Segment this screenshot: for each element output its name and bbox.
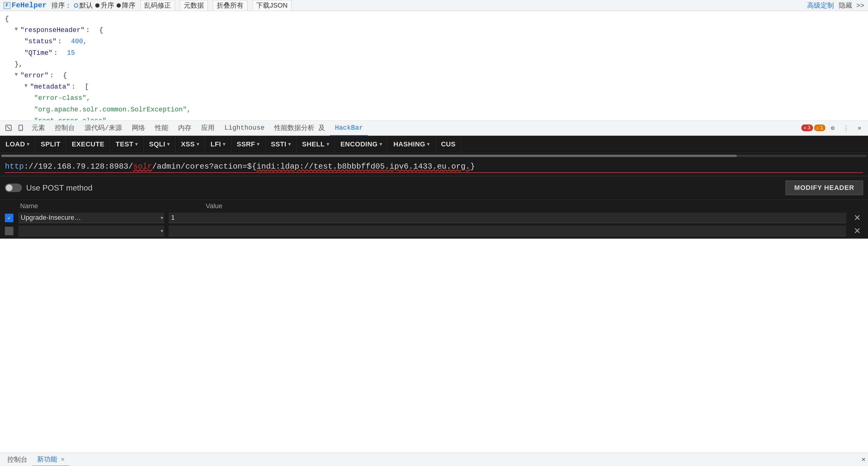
sort-label: 排序： bbox=[52, 1, 71, 10]
svg-line-1 bbox=[7, 126, 10, 129]
hb-shell-btn[interactable]: SHELL ▾ bbox=[297, 136, 335, 153]
hackbar-toolbar: LOAD ▾ SPLIT EXECUTE TEST ▾ SQLI ▾ XSS ▾… bbox=[0, 136, 868, 153]
shell-dropdown-icon: ▾ bbox=[327, 141, 329, 147]
tab-memory[interactable]: 内存 bbox=[173, 121, 196, 136]
modify-header-btn[interactable]: MODIFY HEADER bbox=[785, 181, 863, 195]
header-name-input-1[interactable] bbox=[18, 213, 164, 223]
json-key: "status" bbox=[24, 36, 57, 47]
tab-console[interactable]: 控制台 bbox=[50, 121, 80, 136]
bottom-tab-new[interactable]: 新功能 ✕ bbox=[32, 453, 69, 466]
header-dropdown-1[interactable]: ▾ bbox=[160, 214, 164, 222]
hackbar-options: Use POST method MODIFY HEADER bbox=[0, 176, 868, 200]
btn-foldall[interactable]: 折叠所有 bbox=[213, 0, 247, 11]
sort-desc-radio[interactable]: 降序 bbox=[117, 1, 135, 10]
hb-sqli-btn[interactable]: SQLI ▾ bbox=[144, 136, 176, 153]
xss-dropdown-icon: ▾ bbox=[196, 141, 199, 147]
collapse-icon[interactable] bbox=[14, 25, 18, 34]
json-line: "error-class", bbox=[5, 93, 863, 104]
fehelper-topbar: F FeHelper 排序： 默认 升序 降序 乱码修正 元数据 折叠所有 下载… bbox=[0, 0, 868, 11]
tab-performance[interactable]: 性能 bbox=[150, 121, 173, 136]
svg-point-3 bbox=[21, 129, 21, 130]
sort-asc-radio[interactable]: 升序 bbox=[95, 1, 114, 10]
url-display[interactable]: http://192.168.79.128:8983/solr/admin/co… bbox=[5, 162, 863, 173]
header-dropdown-2[interactable]: ▾ bbox=[160, 227, 164, 235]
warn-count: 1 bbox=[820, 125, 823, 131]
header-checkbox-2[interactable] bbox=[5, 227, 13, 235]
devtools-device-icon[interactable] bbox=[14, 122, 27, 134]
header-value-label: Value bbox=[206, 202, 222, 210]
tab-lighthouse[interactable]: Lighthouse bbox=[219, 121, 269, 136]
json-string: "org.apache.solr.common.SolrException", bbox=[34, 104, 191, 115]
devtools-settings-icon[interactable]: ⚙ bbox=[827, 122, 839, 134]
hb-ssti-btn[interactable]: SSTI ▾ bbox=[266, 136, 297, 153]
warn-badge: ⚠ 1 bbox=[814, 124, 826, 131]
sort-asc-label: 升序 bbox=[101, 1, 114, 10]
json-line: "responseHeader" : { bbox=[5, 25, 863, 36]
header-name-input-2[interactable] bbox=[18, 225, 164, 236]
hackbar-headers: Name Value ✓ ▾ ✕ ▾ ✕ bbox=[0, 200, 868, 239]
json-number: 15 bbox=[67, 48, 75, 58]
lfi-dropdown-icon: ▾ bbox=[223, 141, 225, 147]
collapse-icon[interactable] bbox=[24, 82, 28, 90]
header-row-2: ▾ ✕ bbox=[5, 225, 863, 236]
fehelper-logo[interactable]: F FeHelper bbox=[4, 1, 46, 9]
hb-ssrf-btn[interactable]: SSRF ▾ bbox=[231, 136, 266, 153]
json-string: "error-class", bbox=[34, 93, 90, 103]
json-line: "org.apache.solr.common.SolrException", bbox=[5, 104, 863, 115]
collapse-icon[interactable] bbox=[14, 70, 18, 79]
bottom-tabs: 控制台 新功能 ✕ ✕ bbox=[0, 453, 868, 466]
btn-download[interactable]: 下载JSON bbox=[252, 0, 291, 11]
devtools-select-icon[interactable] bbox=[2, 122, 14, 134]
error-badge: ✕ 3 bbox=[801, 124, 813, 131]
sort-default-radio[interactable]: 默认 bbox=[74, 1, 93, 10]
scroll-thumb bbox=[1, 155, 737, 157]
btn-metadata[interactable]: 元数据 bbox=[180, 0, 208, 11]
json-key: "responseHeader" bbox=[21, 25, 85, 36]
devtools-close-icon[interactable]: ✕ bbox=[854, 122, 866, 134]
tab-hackbar[interactable]: HackBar bbox=[330, 121, 368, 136]
hb-test-btn[interactable]: TEST ▾ bbox=[110, 136, 144, 153]
header-close-btn-1[interactable]: ✕ bbox=[851, 213, 863, 223]
json-line: "status" : 400, bbox=[5, 36, 863, 47]
header-value-input-1[interactable] bbox=[168, 213, 846, 223]
settings-link[interactable]: 高级定制 bbox=[807, 1, 834, 10]
post-method-toggle[interactable] bbox=[5, 184, 22, 192]
json-brace-open: { bbox=[5, 14, 9, 24]
json-string: "root-error-class", bbox=[34, 116, 111, 121]
hb-split-btn[interactable]: SPLIT bbox=[35, 136, 66, 153]
tab-elements[interactable]: 元素 bbox=[27, 121, 50, 136]
hb-hashing-btn[interactable]: HASHING ▾ bbox=[388, 136, 435, 153]
fehelper-icon: F bbox=[4, 2, 10, 9]
hackbar-scrollbar[interactable] bbox=[0, 153, 868, 159]
json-punct: }, bbox=[14, 59, 23, 70]
sort-desc-label: 降序 bbox=[122, 1, 135, 10]
hb-xss-btn[interactable]: XSS ▾ bbox=[176, 136, 205, 153]
bottom-close-icon[interactable]: ✕ bbox=[862, 456, 866, 464]
header-close-btn-2[interactable]: ✕ bbox=[851, 226, 863, 236]
warn-icon: ⚠ bbox=[816, 125, 819, 131]
ssti-dropdown-icon: ▾ bbox=[288, 141, 291, 147]
json-line: "root-error-class", bbox=[5, 115, 863, 121]
hb-load-btn[interactable]: LOAD ▾ bbox=[0, 136, 35, 153]
tab-network[interactable]: 网络 bbox=[127, 121, 150, 136]
devtools-right: ✕ 3 ⚠ 1 ⚙ ⋮ ✕ bbox=[801, 122, 866, 134]
fehelper-title: FeHelper bbox=[11, 1, 46, 9]
bottom-tab-close-icon[interactable]: ✕ bbox=[61, 455, 64, 463]
btn-fix[interactable]: 乱码修正 bbox=[140, 0, 175, 11]
bottom-tab-console[interactable]: 控制台 bbox=[2, 453, 32, 466]
tab-application[interactable]: 应用 bbox=[196, 121, 219, 136]
header-checkbox-1[interactable]: ✓ bbox=[5, 214, 13, 222]
hb-cus-btn[interactable]: CUS bbox=[436, 136, 461, 153]
sort-group: 排序： 默认 升序 降序 bbox=[52, 1, 135, 10]
hb-execute-btn[interactable]: EXECUTE bbox=[66, 136, 110, 153]
scroll-track bbox=[1, 155, 867, 157]
tab-perf-data[interactable]: 性能数据分析 及 bbox=[269, 121, 330, 136]
hb-encoding-btn[interactable]: ENCODING ▾ bbox=[335, 136, 388, 153]
sort-default-dot bbox=[74, 3, 78, 8]
hb-lfi-btn[interactable]: LFI ▾ bbox=[205, 136, 231, 153]
header-value-input-2[interactable] bbox=[168, 225, 846, 236]
devtools-more-icon[interactable]: ⋮ bbox=[840, 122, 852, 134]
load-dropdown-icon: ▾ bbox=[27, 141, 30, 147]
tab-sources[interactable]: 源代码/来源 bbox=[80, 121, 127, 136]
hide-link[interactable]: 隐藏 >> bbox=[839, 1, 864, 10]
